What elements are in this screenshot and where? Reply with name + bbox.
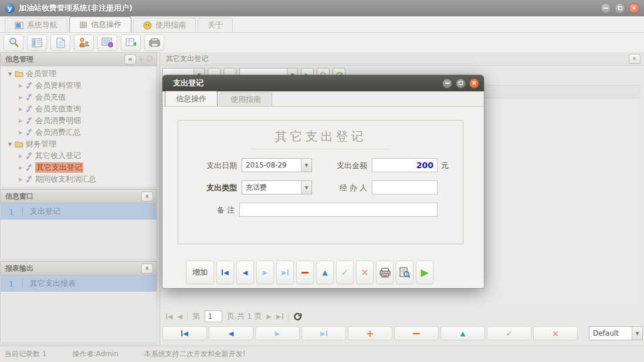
- info-window-header: 信息窗口 «: [0, 189, 157, 203]
- report-output-collapse-button[interactable]: «: [141, 264, 153, 274]
- preset-dropdown[interactable]: Default ▼: [589, 326, 643, 340]
- bottom-post-button[interactable]: ✓: [487, 326, 531, 340]
- report-output-header: 报表输出 «: [0, 261, 157, 275]
- expand-closed-icon[interactable]: ▶: [17, 95, 24, 100]
- first-record-icon: ◀: [223, 269, 228, 276]
- maximize-icon: [459, 81, 463, 85]
- main-panel-title: 其它支出登记: [166, 54, 208, 64]
- tree-item-member-data[interactable]: ▶ 会员资料管理: [1, 80, 157, 91]
- main-panel-collapse-button[interactable]: «: [629, 54, 640, 64]
- dlg-first-button[interactable]: ◀: [216, 261, 234, 284]
- tab-system-nav[interactable]: 系统导航: [5, 18, 67, 32]
- tree-item-recharge-query[interactable]: ▶ 会员充值查询: [1, 103, 157, 115]
- page-input[interactable]: [205, 310, 222, 322]
- expand-closed-icon[interactable]: ▶: [17, 118, 24, 124]
- expand-closed-icon[interactable]: ▶: [17, 83, 24, 88]
- tree-item-member-recharge[interactable]: ▶ 会员充值: [1, 91, 157, 103]
- dlg-prev-button[interactable]: ◀: [236, 261, 254, 284]
- remark-input[interactable]: [239, 203, 438, 217]
- dlg-edit-button[interactable]: ▲: [316, 261, 334, 284]
- bottom-next-button[interactable]: ▶: [255, 326, 300, 340]
- dlg-delete-button[interactable]: [296, 261, 314, 284]
- bottom-add-button[interactable]: +: [348, 326, 392, 340]
- tab-about[interactable]: 关于: [198, 18, 233, 32]
- expand-closed-icon[interactable]: ▶: [17, 177, 24, 182]
- maximize-button[interactable]: [615, 3, 625, 13]
- tab-info-operation[interactable]: 信息操作: [69, 16, 131, 32]
- amount-label: 支出金额: [332, 160, 367, 171]
- tool-icon: [25, 176, 33, 183]
- collapse-up-icon: «: [631, 56, 639, 60]
- sidebar-collapse-button[interactable]: «: [124, 54, 136, 64]
- expand-closed-icon[interactable]: ▶: [17, 165, 24, 170]
- dlg-add-button[interactable]: 增加: [186, 261, 214, 284]
- type-dropdown[interactable]: 充话费 ▼: [242, 180, 312, 194]
- main-panel-header: 其它支出登记 «: [160, 52, 644, 66]
- page-first-button[interactable]: ◀: [166, 313, 172, 320]
- dlg-next-button[interactable]: ▶: [256, 261, 274, 284]
- card-view-button[interactable]: [27, 35, 47, 51]
- tree-folder-finance-mgmt[interactable]: ▼ 财务管理: [1, 138, 157, 150]
- titlebar: y 加油站收费管理系统(非注册用户) ×: [0, 0, 644, 16]
- tree-item-other-expense[interactable]: ▶ 其它支出登记: [1, 162, 157, 173]
- expand-open-icon[interactable]: ▼: [6, 71, 13, 77]
- dlg-post-button[interactable]: ✓: [336, 261, 354, 284]
- dlg-cancel-button[interactable]: ×: [356, 261, 374, 284]
- tree-item-profit-summary[interactable]: ▶ 期间收支利润汇总: [1, 173, 157, 185]
- operator-button[interactable]: [74, 35, 94, 51]
- tree-item-other-income[interactable]: ▶ 其它收入登记: [1, 150, 157, 162]
- search-button[interactable]: [4, 35, 23, 51]
- page-refresh-button[interactable]: [293, 312, 302, 321]
- printer-button[interactable]: [144, 35, 164, 51]
- dlg-run-button[interactable]: ▶: [416, 261, 433, 284]
- bottom-prev-button[interactable]: ◀: [209, 326, 253, 340]
- monitor-button[interactable]: [97, 35, 117, 51]
- expand-closed-icon[interactable]: ▶: [17, 130, 24, 135]
- expand-closed-icon[interactable]: ▶: [17, 107, 24, 112]
- tree-item-consume-detail[interactable]: ▶ 会员消费明细: [1, 115, 157, 127]
- dialog-tab-user-guide[interactable]: 使用指南: [219, 93, 272, 106]
- close-button[interactable]: ×: [629, 3, 639, 13]
- window-panel-icon: [15, 22, 23, 29]
- bottom-cancel-button[interactable]: ×: [533, 326, 578, 340]
- info-window-row[interactable]: 1 支出登记: [1, 203, 157, 220]
- bottom-delete-button[interactable]: [394, 326, 439, 340]
- table-add-button[interactable]: [121, 35, 141, 51]
- dialog-minimize-button[interactable]: [442, 78, 452, 88]
- dlg-last-button[interactable]: ▶: [276, 261, 294, 284]
- expand-open-icon[interactable]: ▼: [6, 142, 13, 147]
- document-button[interactable]: [50, 35, 70, 51]
- dialog-maximize-button[interactable]: [456, 78, 466, 88]
- dialog-close-button[interactable]: ×: [469, 78, 479, 88]
- minimize-button[interactable]: [601, 3, 611, 13]
- date-dropdown[interactable]: 2015-08-29 ▼: [242, 158, 312, 172]
- handler-input[interactable]: [372, 180, 438, 194]
- tool-icon: [25, 105, 33, 112]
- bottom-first-button[interactable]: ◀: [162, 326, 207, 340]
- minimize-icon: [445, 83, 450, 84]
- dlg-preview-button[interactable]: [396, 261, 413, 284]
- sidebar: 信息管理 « + ▼ 会员管理 ▶ 会员资料管理 ▶: [0, 52, 157, 346]
- dialog-tab-info-operation[interactable]: 信息操作: [165, 91, 218, 106]
- ribbon-tabbar: 系统导航 信息操作 使用指南 关于: [0, 16, 644, 33]
- date-label: 支出日期: [201, 160, 237, 171]
- print-preview-icon: [399, 267, 410, 278]
- page-last-button[interactable]: ▶: [276, 313, 283, 320]
- info-window-collapse-button[interactable]: «: [141, 192, 153, 202]
- bottom-last-button[interactable]: ▶: [301, 326, 346, 340]
- last-page-icon: ▶: [276, 313, 281, 320]
- add-record-icon: +: [366, 328, 374, 339]
- dlg-print-button[interactable]: [376, 261, 394, 284]
- window-title: 加油站收费管理系统(非注册用户): [19, 3, 133, 13]
- page-next-button[interactable]: ▶: [267, 313, 272, 320]
- tab-user-guide[interactable]: 使用指南: [133, 18, 196, 32]
- amount-input[interactable]: [372, 158, 438, 172]
- report-output-row[interactable]: 1 其它支出报表: [1, 275, 157, 292]
- bottom-edit-button[interactable]: ▲: [440, 326, 485, 340]
- tree-item-consume-summary[interactable]: ▶ 会员消费汇总: [1, 127, 157, 138]
- dialog-button-bar: 增加 ◀ ◀ ▶ ▶ ▲ ✓ × ▶: [186, 261, 433, 284]
- page-prev-button[interactable]: ◀: [177, 313, 182, 320]
- expand-closed-icon[interactable]: ▶: [17, 153, 24, 159]
- refresh-icon: [293, 312, 302, 321]
- tree-folder-member-mgmt[interactable]: ▼ 会员管理: [1, 68, 157, 80]
